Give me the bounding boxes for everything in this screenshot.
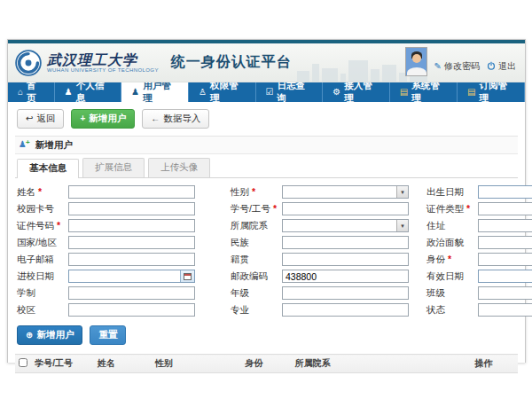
nav-item-system[interactable]: ▤系统管理: [390, 82, 458, 102]
field-label: 学制: [17, 287, 68, 300]
field-label-text: 年级: [231, 287, 249, 298]
id-type-input[interactable]: [478, 202, 532, 215]
campus-card-input[interactable]: [68, 202, 195, 215]
birth-date-input[interactable]: [478, 185, 532, 199]
field-label: 状态: [426, 304, 478, 317]
user-box: ✎ 修改密码 退出: [405, 47, 516, 76]
results-header-row: 学号/工号姓名性别身份所属院系操作: [15, 355, 518, 373]
desktop-canvas: 武汉理工大学 WUHAN UNIVERSITY OF TECHNOLOGY 统一…: [0, 0, 532, 399]
field-label: 国家/地区: [17, 237, 68, 249]
class-input[interactable]: [478, 286, 532, 300]
field-label: 进校日期: [17, 270, 68, 283]
main-nav: ⌂首页♟个人信息♟用户管理♙权限管理☑日志查询⚙接入管理▤系统管理▤订阅管理: [8, 82, 525, 102]
required-asterisk: *: [273, 203, 277, 214]
form-field-class: 班级: [426, 286, 532, 300]
back-button[interactable]: ↩ 返回: [17, 109, 64, 129]
col-header-1: 姓名: [94, 355, 152, 373]
page-title: 统一身份认证平台: [171, 53, 292, 72]
chevron-down-icon: ▾: [396, 220, 408, 231]
form-field-grade: 年级: [231, 286, 414, 300]
logout-link[interactable]: 退出: [487, 60, 516, 76]
form-field-student-id: 学号/工号*: [231, 202, 414, 215]
change-password-link[interactable]: ✎ 修改密码: [434, 60, 480, 76]
form-field-email: 电子邮箱: [17, 253, 218, 266]
form-field-address: 住址: [426, 219, 532, 232]
form-field-campus-card: 校园卡号: [17, 202, 218, 215]
field-label: 学号/工号*: [231, 203, 282, 215]
form-field-identity: 身份*: [426, 253, 532, 266]
field-label-text: 身份: [426, 254, 445, 264]
avatar[interactable]: [405, 47, 427, 76]
native-place-input[interactable]: [282, 253, 409, 266]
add-user-button[interactable]: + 新增用户: [71, 109, 135, 129]
logout-label: 退出: [498, 60, 516, 73]
ethnicity-input[interactable]: [282, 236, 409, 249]
results-table: 学号/工号姓名性别身份所属院系操作: [15, 354, 518, 385]
change-password-label: 修改密码: [444, 60, 480, 73]
nav-item-logs[interactable]: ☑日志查询: [256, 82, 324, 102]
reset-button[interactable]: 重置: [90, 325, 126, 345]
nav-item-access[interactable]: ⚙接入管理: [323, 82, 390, 102]
education-length-input[interactable]: [68, 286, 195, 300]
nav-item-user-management[interactable]: ♟用户管理: [121, 82, 189, 102]
required-asterisk: *: [57, 220, 60, 231]
email-input[interactable]: [68, 253, 195, 266]
status-input[interactable]: [478, 303, 532, 317]
calendar-icon[interactable]: [180, 270, 194, 282]
grade-input[interactable]: [282, 286, 409, 300]
postal-code-input[interactable]: [282, 270, 409, 283]
data-import-button[interactable]: ← 数据导入: [142, 109, 209, 129]
field-label-text: 学制: [17, 287, 35, 298]
valid-date-input[interactable]: [478, 270, 532, 283]
student-id-input[interactable]: [282, 202, 409, 215]
tab-upload-avatar[interactable]: 上传头像: [148, 158, 210, 177]
form-field-department: 所属院系▾: [231, 219, 414, 232]
form-field-status: 状态: [426, 303, 532, 317]
department-select[interactable]: ▾: [282, 219, 409, 232]
home-icon: ⌂: [18, 88, 23, 97]
gender-select[interactable]: ▾: [282, 185, 409, 199]
import-arrow-icon: ←: [151, 114, 160, 123]
users-icon: ♟: [131, 88, 139, 97]
nav-item-subscription[interactable]: ▤订阅管理: [458, 82, 525, 102]
entry-date-input[interactable]: [68, 270, 195, 283]
add-user-button-label: 新增用户: [89, 113, 126, 125]
major-input[interactable]: [282, 303, 409, 317]
person-icon: ♟: [65, 88, 73, 97]
field-label: 政治面貌: [426, 237, 478, 249]
form-field-birth-date: 出生日期: [426, 185, 532, 199]
country-input[interactable]: [68, 236, 195, 249]
nav-item-label: 个人信息: [76, 80, 112, 105]
field-label-text: 住址: [426, 220, 445, 231]
field-label-text: 校区: [17, 304, 35, 315]
field-label: 性别*: [231, 186, 282, 199]
nav-item-profile[interactable]: ♟个人信息: [55, 82, 122, 102]
university-logo-icon: [15, 50, 42, 76]
university-name: 武汉理工大学: [47, 52, 159, 67]
nav-item-label: 日志查询: [278, 80, 313, 105]
avatar-face: [412, 54, 421, 63]
political-status-input[interactable]: [478, 236, 532, 249]
tab-basic-info[interactable]: 基本信息: [17, 159, 79, 178]
field-label: 校区: [17, 304, 68, 317]
submit-add-user-button[interactable]: ⊕ 新增用户: [17, 325, 82, 345]
campus-input[interactable]: [68, 303, 195, 317]
field-label-text: 有效日期: [426, 270, 464, 281]
tab-extended-info[interactable]: 扩展信息: [82, 158, 145, 177]
form-field-campus: 校区: [17, 303, 218, 317]
id-number-input[interactable]: [68, 219, 195, 232]
address-input[interactable]: [478, 219, 532, 232]
identity-input[interactable]: [478, 253, 532, 266]
name-input[interactable]: [68, 185, 195, 199]
nav-item-home[interactable]: ⌂首页: [8, 82, 55, 102]
nav-item-label: 首页: [27, 80, 44, 105]
required-asterisk: *: [38, 186, 42, 197]
circle-plus-icon: ⊕: [26, 331, 33, 340]
field-label-text: 校园卡号: [17, 203, 54, 214]
toolbar: ↩ 返回 + 新增用户 ← 数据导入: [17, 109, 518, 129]
form-field-ethnicity: 民族: [231, 236, 414, 249]
pencil-icon: ✎: [434, 62, 442, 71]
nav-item-permission[interactable]: ♙权限管理: [189, 82, 256, 102]
select-all-checkbox[interactable]: [19, 358, 27, 367]
col-header-5: 操作: [471, 355, 518, 373]
